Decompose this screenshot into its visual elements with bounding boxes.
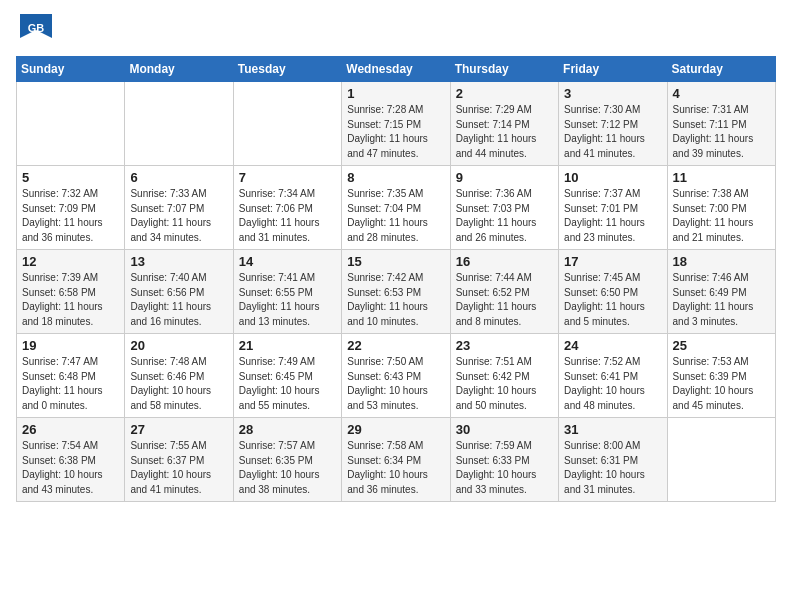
calendar-cell: 22Sunrise: 7:50 AM Sunset: 6:43 PM Dayli… <box>342 334 450 418</box>
day-info: Sunrise: 7:40 AM Sunset: 6:56 PM Dayligh… <box>130 271 227 329</box>
day-number: 6 <box>130 170 227 185</box>
day-number: 29 <box>347 422 444 437</box>
calendar-cell: 17Sunrise: 7:45 AM Sunset: 6:50 PM Dayli… <box>559 250 667 334</box>
day-number: 16 <box>456 254 553 269</box>
calendar-cell: 11Sunrise: 7:38 AM Sunset: 7:00 PM Dayli… <box>667 166 775 250</box>
calendar-cell: 4Sunrise: 7:31 AM Sunset: 7:11 PM Daylig… <box>667 82 775 166</box>
weekday-header-row: SundayMondayTuesdayWednesdayThursdayFrid… <box>17 57 776 82</box>
day-number: 17 <box>564 254 661 269</box>
calendar-cell: 13Sunrise: 7:40 AM Sunset: 6:56 PM Dayli… <box>125 250 233 334</box>
day-info: Sunrise: 7:38 AM Sunset: 7:00 PM Dayligh… <box>673 187 770 245</box>
day-info: Sunrise: 7:30 AM Sunset: 7:12 PM Dayligh… <box>564 103 661 161</box>
day-info: Sunrise: 7:42 AM Sunset: 6:53 PM Dayligh… <box>347 271 444 329</box>
weekday-header-sunday: Sunday <box>17 57 125 82</box>
logo: GB <box>16 10 58 48</box>
day-info: Sunrise: 7:41 AM Sunset: 6:55 PM Dayligh… <box>239 271 336 329</box>
day-info: Sunrise: 7:55 AM Sunset: 6:37 PM Dayligh… <box>130 439 227 497</box>
day-info: Sunrise: 7:49 AM Sunset: 6:45 PM Dayligh… <box>239 355 336 413</box>
day-number: 11 <box>673 170 770 185</box>
calendar-cell: 10Sunrise: 7:37 AM Sunset: 7:01 PM Dayli… <box>559 166 667 250</box>
day-info: Sunrise: 7:37 AM Sunset: 7:01 PM Dayligh… <box>564 187 661 245</box>
calendar-cell: 20Sunrise: 7:48 AM Sunset: 6:46 PM Dayli… <box>125 334 233 418</box>
logo-icon: GB <box>16 10 54 48</box>
weekday-header-friday: Friday <box>559 57 667 82</box>
day-info: Sunrise: 7:44 AM Sunset: 6:52 PM Dayligh… <box>456 271 553 329</box>
day-info: Sunrise: 7:51 AM Sunset: 6:42 PM Dayligh… <box>456 355 553 413</box>
weekday-header-wednesday: Wednesday <box>342 57 450 82</box>
day-info: Sunrise: 7:59 AM Sunset: 6:33 PM Dayligh… <box>456 439 553 497</box>
day-number: 13 <box>130 254 227 269</box>
day-number: 4 <box>673 86 770 101</box>
week-row-3: 12Sunrise: 7:39 AM Sunset: 6:58 PM Dayli… <box>17 250 776 334</box>
day-number: 1 <box>347 86 444 101</box>
calendar-cell: 3Sunrise: 7:30 AM Sunset: 7:12 PM Daylig… <box>559 82 667 166</box>
weekday-header-thursday: Thursday <box>450 57 558 82</box>
day-info: Sunrise: 7:33 AM Sunset: 7:07 PM Dayligh… <box>130 187 227 245</box>
calendar-cell: 23Sunrise: 7:51 AM Sunset: 6:42 PM Dayli… <box>450 334 558 418</box>
calendar-cell: 26Sunrise: 7:54 AM Sunset: 6:38 PM Dayli… <box>17 418 125 502</box>
week-row-1: 1Sunrise: 7:28 AM Sunset: 7:15 PM Daylig… <box>17 82 776 166</box>
day-info: Sunrise: 7:57 AM Sunset: 6:35 PM Dayligh… <box>239 439 336 497</box>
day-info: Sunrise: 7:35 AM Sunset: 7:04 PM Dayligh… <box>347 187 444 245</box>
day-info: Sunrise: 8:00 AM Sunset: 6:31 PM Dayligh… <box>564 439 661 497</box>
header: GB <box>16 10 776 48</box>
svg-text:GB: GB <box>28 22 45 34</box>
week-row-4: 19Sunrise: 7:47 AM Sunset: 6:48 PM Dayli… <box>17 334 776 418</box>
calendar-cell: 8Sunrise: 7:35 AM Sunset: 7:04 PM Daylig… <box>342 166 450 250</box>
day-number: 21 <box>239 338 336 353</box>
calendar-cell: 19Sunrise: 7:47 AM Sunset: 6:48 PM Dayli… <box>17 334 125 418</box>
day-info: Sunrise: 7:36 AM Sunset: 7:03 PM Dayligh… <box>456 187 553 245</box>
day-number: 10 <box>564 170 661 185</box>
calendar-cell: 2Sunrise: 7:29 AM Sunset: 7:14 PM Daylig… <box>450 82 558 166</box>
day-number: 22 <box>347 338 444 353</box>
day-info: Sunrise: 7:31 AM Sunset: 7:11 PM Dayligh… <box>673 103 770 161</box>
week-row-2: 5Sunrise: 7:32 AM Sunset: 7:09 PM Daylig… <box>17 166 776 250</box>
day-info: Sunrise: 7:45 AM Sunset: 6:50 PM Dayligh… <box>564 271 661 329</box>
day-number: 18 <box>673 254 770 269</box>
day-number: 23 <box>456 338 553 353</box>
day-number: 2 <box>456 86 553 101</box>
day-number: 9 <box>456 170 553 185</box>
day-info: Sunrise: 7:54 AM Sunset: 6:38 PM Dayligh… <box>22 439 119 497</box>
calendar-cell: 18Sunrise: 7:46 AM Sunset: 6:49 PM Dayli… <box>667 250 775 334</box>
week-row-5: 26Sunrise: 7:54 AM Sunset: 6:38 PM Dayli… <box>17 418 776 502</box>
day-info: Sunrise: 7:32 AM Sunset: 7:09 PM Dayligh… <box>22 187 119 245</box>
calendar-cell: 21Sunrise: 7:49 AM Sunset: 6:45 PM Dayli… <box>233 334 341 418</box>
calendar-cell: 16Sunrise: 7:44 AM Sunset: 6:52 PM Dayli… <box>450 250 558 334</box>
calendar-cell: 24Sunrise: 7:52 AM Sunset: 6:41 PM Dayli… <box>559 334 667 418</box>
day-number: 12 <box>22 254 119 269</box>
calendar-cell: 6Sunrise: 7:33 AM Sunset: 7:07 PM Daylig… <box>125 166 233 250</box>
calendar-cell: 29Sunrise: 7:58 AM Sunset: 6:34 PM Dayli… <box>342 418 450 502</box>
day-number: 24 <box>564 338 661 353</box>
calendar-cell <box>17 82 125 166</box>
calendar-cell: 14Sunrise: 7:41 AM Sunset: 6:55 PM Dayli… <box>233 250 341 334</box>
day-number: 28 <box>239 422 336 437</box>
calendar-cell: 15Sunrise: 7:42 AM Sunset: 6:53 PM Dayli… <box>342 250 450 334</box>
calendar-cell: 1Sunrise: 7:28 AM Sunset: 7:15 PM Daylig… <box>342 82 450 166</box>
day-info: Sunrise: 7:46 AM Sunset: 6:49 PM Dayligh… <box>673 271 770 329</box>
day-info: Sunrise: 7:52 AM Sunset: 6:41 PM Dayligh… <box>564 355 661 413</box>
calendar-cell: 12Sunrise: 7:39 AM Sunset: 6:58 PM Dayli… <box>17 250 125 334</box>
day-number: 15 <box>347 254 444 269</box>
calendar-cell: 30Sunrise: 7:59 AM Sunset: 6:33 PM Dayli… <box>450 418 558 502</box>
weekday-header-saturday: Saturday <box>667 57 775 82</box>
day-info: Sunrise: 7:50 AM Sunset: 6:43 PM Dayligh… <box>347 355 444 413</box>
page-container: GB SundayMondayTuesdayWednesdayThursdayF… <box>0 0 792 512</box>
day-info: Sunrise: 7:53 AM Sunset: 6:39 PM Dayligh… <box>673 355 770 413</box>
calendar-cell: 27Sunrise: 7:55 AM Sunset: 6:37 PM Dayli… <box>125 418 233 502</box>
day-info: Sunrise: 7:39 AM Sunset: 6:58 PM Dayligh… <box>22 271 119 329</box>
calendar-cell <box>667 418 775 502</box>
day-number: 27 <box>130 422 227 437</box>
day-number: 5 <box>22 170 119 185</box>
day-number: 19 <box>22 338 119 353</box>
calendar-cell: 7Sunrise: 7:34 AM Sunset: 7:06 PM Daylig… <box>233 166 341 250</box>
calendar-table: SundayMondayTuesdayWednesdayThursdayFrid… <box>16 56 776 502</box>
day-number: 8 <box>347 170 444 185</box>
day-info: Sunrise: 7:29 AM Sunset: 7:14 PM Dayligh… <box>456 103 553 161</box>
day-info: Sunrise: 7:47 AM Sunset: 6:48 PM Dayligh… <box>22 355 119 413</box>
day-number: 3 <box>564 86 661 101</box>
calendar-cell: 25Sunrise: 7:53 AM Sunset: 6:39 PM Dayli… <box>667 334 775 418</box>
day-number: 31 <box>564 422 661 437</box>
calendar-cell: 5Sunrise: 7:32 AM Sunset: 7:09 PM Daylig… <box>17 166 125 250</box>
calendar-cell: 31Sunrise: 8:00 AM Sunset: 6:31 PM Dayli… <box>559 418 667 502</box>
